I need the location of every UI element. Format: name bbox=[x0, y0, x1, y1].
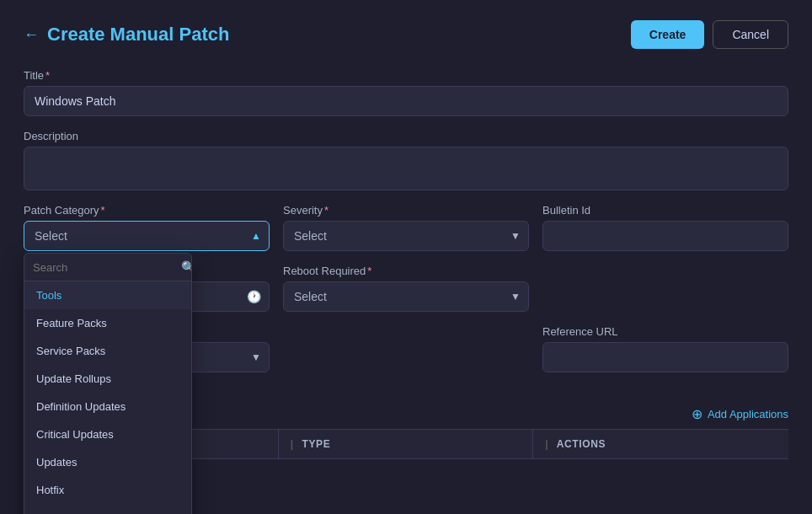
title-label: Title* bbox=[24, 69, 788, 82]
description-input[interactable] bbox=[24, 147, 788, 190]
page-title: Create Manual Patch bbox=[47, 24, 229, 46]
back-arrow-icon[interactable]: ← bbox=[24, 26, 39, 44]
dropdown-search-box: 🔍 bbox=[24, 254, 191, 281]
patch-category-required: * bbox=[101, 204, 105, 217]
patch-category-select[interactable]: Select bbox=[24, 221, 270, 251]
col-divider-2: | bbox=[545, 438, 548, 450]
row-patch-severity-bulletin: Patch Category* Select ▲ 🔍 ToolsFe bbox=[24, 204, 788, 251]
table-col-type: | Type bbox=[279, 430, 534, 458]
dropdown-item[interactable]: Tools bbox=[24, 281, 191, 309]
add-circle-icon: ⊕ bbox=[692, 406, 702, 422]
dropdown-search-input[interactable] bbox=[33, 261, 174, 274]
title-input[interactable] bbox=[24, 86, 788, 116]
search-icon: 🔍 bbox=[181, 260, 192, 274]
bulletin-id-label: Bulletin Id bbox=[542, 204, 788, 217]
dropdown-item[interactable]: Definition Updates bbox=[24, 393, 191, 420]
form-section: Title* Description Patch Category* Selec… bbox=[24, 69, 788, 459]
severity-required: * bbox=[324, 204, 329, 217]
table-col-actions: | Actions bbox=[533, 430, 788, 458]
header: ← Create Manual Patch Create Cancel bbox=[24, 20, 788, 49]
dropdown-item[interactable]: Update Rollups bbox=[24, 365, 191, 393]
bulletin-id-input[interactable] bbox=[542, 221, 788, 251]
reference-url-group: Reference URL bbox=[542, 325, 788, 372]
dropdown-item[interactable]: Critical Updates bbox=[24, 420, 191, 448]
page: ← Create Manual Patch Create Cancel Titl… bbox=[0, 0, 812, 514]
description-label: Description bbox=[24, 130, 788, 142]
description-field-group: Description bbox=[24, 130, 788, 190]
patch-category-label: Patch Category* bbox=[24, 204, 270, 217]
severity-group: Severity* Select ▼ bbox=[283, 204, 529, 251]
severity-select[interactable]: Select bbox=[283, 221, 529, 251]
create-button[interactable]: Create bbox=[631, 20, 705, 49]
add-applications-button[interactable]: ⊕ Add Applications bbox=[692, 406, 788, 422]
dropdown-item[interactable]: Security Updates bbox=[24, 504, 191, 514]
dropdown-item[interactable]: Updates bbox=[24, 448, 191, 476]
reboot-required-select[interactable]: Select bbox=[283, 281, 529, 312]
severity-select-wrapper: Select ▼ bbox=[283, 221, 529, 251]
patch-category-dropdown: 🔍 ToolsFeature PacksService PacksUpdate … bbox=[24, 253, 192, 514]
reboot-required-label: Reboot Required* bbox=[283, 265, 529, 277]
title-field-group: Title* bbox=[24, 69, 788, 116]
cancel-button[interactable]: Cancel bbox=[713, 20, 788, 49]
patch-category-group: Patch Category* Select ▲ 🔍 ToolsFe bbox=[24, 204, 270, 251]
empty-cell bbox=[542, 265, 788, 312]
reboot-required-group: Reboot Required* Select ▼ bbox=[283, 265, 529, 312]
dropdown-items-list: ToolsFeature PacksService PacksUpdate Ro… bbox=[24, 281, 191, 514]
dropdown-item[interactable]: Service Packs bbox=[24, 337, 191, 365]
dropdown-item[interactable]: Hotfix bbox=[24, 476, 191, 504]
title-required: * bbox=[45, 69, 50, 82]
severity-label: Severity* bbox=[283, 204, 529, 217]
header-buttons: Create Cancel bbox=[631, 20, 788, 49]
empty-cell-2 bbox=[283, 325, 529, 372]
reboot-required-star: * bbox=[367, 265, 371, 277]
reference-url-input[interactable] bbox=[542, 342, 788, 372]
header-left: ← Create Manual Patch bbox=[24, 24, 229, 46]
reference-url-label: Reference URL bbox=[542, 325, 788, 338]
col-divider-1: | bbox=[291, 438, 294, 450]
reboot-required-select-wrapper: Select ▼ bbox=[283, 281, 529, 312]
patch-category-select-wrapper: Select ▲ 🔍 ToolsFeature PacksService Pac… bbox=[24, 221, 270, 251]
dropdown-item[interactable]: Feature Packs bbox=[24, 309, 191, 337]
bulletin-id-group: Bulletin Id bbox=[542, 204, 788, 251]
